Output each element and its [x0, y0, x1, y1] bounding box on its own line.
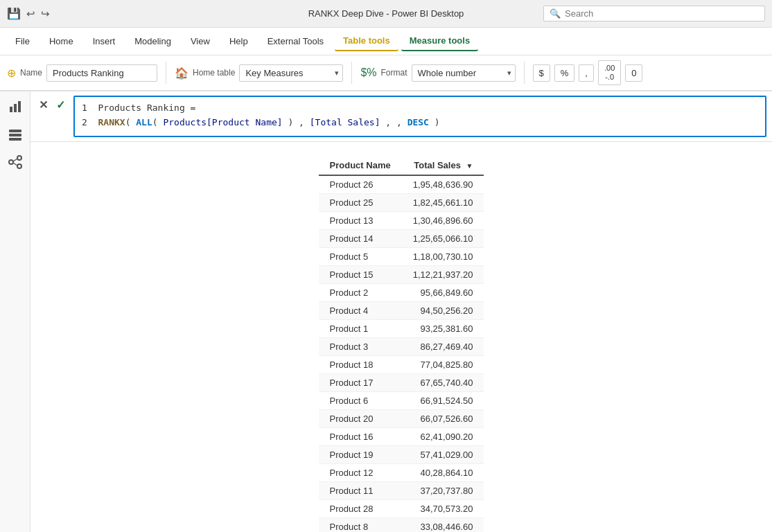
total-sales-cell: 66,91,524.50 [402, 392, 484, 410]
svg-rect-3 [9, 130, 21, 132]
undo-icon[interactable]: ↩ [26, 8, 35, 20]
search-input[interactable] [565, 8, 759, 19]
title-bar: 💾 ↩ ↪ RANKX Deep Dive - Power BI Desktop… [0, 0, 772, 28]
svg-line-10 [13, 163, 17, 166]
model-view-icon[interactable] [6, 152, 25, 172]
formula-editor[interactable]: 1 Products Ranking = 2 RANKX( ALL( Produ… [73, 96, 766, 137]
name-label: Name [20, 68, 42, 78]
total-sales-cell: 1,82,45,661.10 [402, 194, 484, 212]
table-row: Product 2 95,66,849.60 [319, 284, 484, 302]
table-row: Product 14 1,25,65,066.10 [319, 230, 484, 248]
confirm-formula-button[interactable]: ✓ [53, 98, 68, 112]
total-sales-cell: 57,41,029.00 [402, 446, 484, 464]
svg-rect-5 [9, 138, 21, 141]
formula-line2-num: 2 [82, 117, 98, 127]
total-sales-cell: 94,50,256.20 [402, 302, 484, 320]
product-name-cell: Product 20 [319, 410, 402, 428]
menu-bar: File Home Insert Modeling View Help Exte… [0, 28, 772, 55]
home-table-group: 🏠 Home table Key Measures Products Sales [175, 64, 343, 82]
total-sales-cell: 1,25,65,066.10 [402, 230, 484, 248]
table-row: Product 19 57,41,029.00 [319, 446, 484, 464]
table-row: Product 15 1,12,21,937.20 [319, 266, 484, 284]
search-box[interactable]: 🔍 [543, 6, 765, 21]
save-icon[interactable]: 💾 [7, 7, 21, 20]
total-sales-cell: 1,95,48,636.90 [402, 175, 484, 194]
table-row: Product 17 67,65,740.40 [319, 374, 484, 392]
table-row: Product 6 66,91,524.50 [319, 392, 484, 410]
cancel-formula-button[interactable]: ✕ [36, 98, 51, 112]
menu-modeling[interactable]: Modeling [126, 32, 179, 51]
product-name-cell: Product 3 [319, 338, 402, 356]
product-name-cell: Product 16 [319, 428, 402, 446]
comma-button[interactable]: , [579, 64, 594, 82]
redo-icon[interactable]: ↪ [41, 8, 50, 20]
product-name-cell: Product 12 [319, 464, 402, 482]
menu-file[interactable]: File [7, 32, 38, 51]
name-input[interactable] [46, 64, 157, 82]
table-row: Product 3 86,27,469.40 [319, 338, 484, 356]
total-sales-cell: 1,18,00,730.10 [402, 248, 484, 266]
total-sales-cell: 37,20,737.80 [402, 482, 484, 500]
svg-rect-0 [10, 107, 12, 112]
svg-point-6 [9, 160, 13, 164]
menu-insert[interactable]: Insert [85, 32, 124, 51]
total-sales-cell: 1,30,46,896.60 [402, 212, 484, 230]
table-row: Product 25 1,82,45,661.10 [319, 194, 484, 212]
table-row: Product 28 34,70,573.20 [319, 500, 484, 518]
report-view-icon[interactable] [6, 97, 25, 116]
svg-rect-2 [18, 101, 21, 112]
menu-external-tools[interactable]: External Tools [259, 32, 332, 51]
format-label: Format [381, 68, 407, 78]
product-name-cell: Product 26 [319, 175, 402, 194]
total-sales-cell: 33,08,446.60 [402, 518, 484, 533]
menu-help[interactable]: Help [221, 32, 256, 51]
data-area: Product Name Total Sales ▼ Product 26 1,… [30, 142, 772, 532]
search-icon: 🔍 [550, 8, 561, 19]
sep2 [351, 62, 352, 84]
menu-view[interactable]: View [182, 32, 218, 51]
menu-home[interactable]: Home [41, 32, 82, 51]
total-sales-cell: 66,07,526.60 [402, 410, 484, 428]
home-table-select-wrapper: Key Measures Products Sales [239, 64, 343, 82]
product-name-cell: Product 17 [319, 374, 402, 392]
number-format-group: $ % , .00-.0 0 [533, 60, 643, 85]
table-row: Product 1 93,25,381.60 [319, 320, 484, 338]
col-product-name[interactable]: Product Name [319, 156, 402, 175]
total-sales-cell: 1,12,21,937.20 [402, 266, 484, 284]
formula-line1: 1 [82, 103, 98, 113]
svg-point-7 [17, 156, 21, 160]
table-row: Product 26 1,95,48,636.90 [319, 175, 484, 194]
formula-buttons: ✕ ✓ [36, 96, 68, 112]
table-row: Product 20 66,07,526.60 [319, 410, 484, 428]
zero-button[interactable]: 0 [625, 64, 642, 82]
total-sales-cell: 77,04,825.80 [402, 356, 484, 374]
home-table-label: Home table [193, 68, 235, 78]
data-view-icon[interactable] [6, 125, 25, 144]
product-name-cell: Product 2 [319, 284, 402, 302]
currency-button[interactable]: $ [533, 64, 550, 82]
total-sales-cell: 93,25,381.60 [402, 320, 484, 338]
total-sales-cell: 34,70,573.20 [402, 500, 484, 518]
sort-desc-icon: ▼ [466, 162, 473, 170]
product-name-cell: Product 14 [319, 230, 402, 248]
table-row: Product 13 1,30,46,896.60 [319, 212, 484, 230]
decimal-button[interactable]: .00-.0 [598, 60, 621, 85]
app-title: RANKX Deep Dive - Power BI Desktop [308, 8, 464, 19]
sep3 [524, 62, 525, 84]
product-name-cell: Product 13 [319, 212, 402, 230]
products-table: Product Name Total Sales ▼ Product 26 1,… [319, 156, 484, 532]
menu-measure-tools[interactable]: Measure tools [401, 31, 478, 51]
menu-table-tools[interactable]: Table tools [335, 31, 398, 51]
percent-button[interactable]: % [554, 64, 575, 82]
product-name-cell: Product 15 [319, 266, 402, 284]
content-area: ✕ ✓ 1 Products Ranking = 2 RANKX( ALL( P… [30, 91, 772, 532]
table-row: Product 12 40,28,864.10 [319, 464, 484, 482]
total-sales-cell: 95,66,849.60 [402, 284, 484, 302]
product-name-cell: Product 19 [319, 446, 402, 464]
formula-bar: ✕ ✓ 1 Products Ranking = 2 RANKX( ALL( P… [30, 91, 772, 142]
table-row: Product 16 62,41,090.20 [319, 428, 484, 446]
format-select[interactable]: Whole number Decimal number Currency Per… [412, 64, 516, 82]
home-table-select[interactable]: Key Measures Products Sales [239, 64, 343, 82]
col-total-sales[interactable]: Total Sales ▼ [402, 156, 484, 175]
home-table-icon: 🏠 [175, 66, 188, 80]
